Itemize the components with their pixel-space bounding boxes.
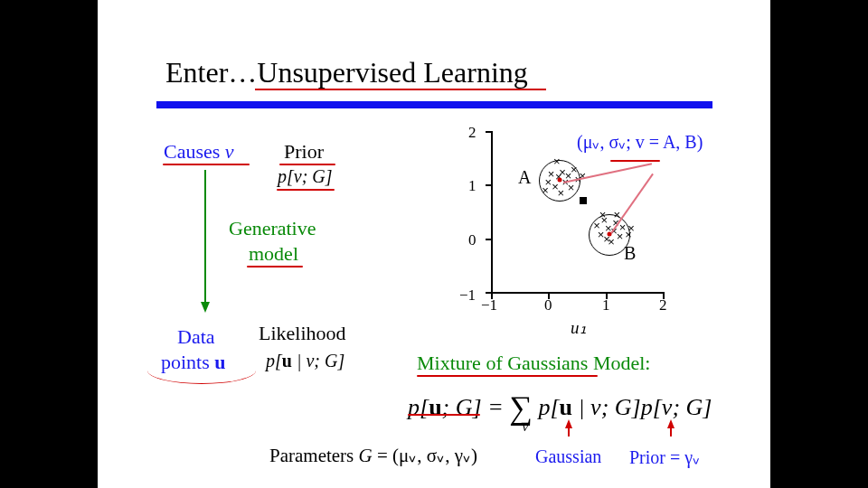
arrow-prior-line bbox=[670, 427, 672, 436]
slide: Enter…Unsupervised Learning Causes v Pri… bbox=[98, 0, 770, 488]
arrow-line bbox=[204, 170, 206, 302]
query-point bbox=[580, 197, 587, 204]
sum-icon: ∑ bbox=[509, 389, 533, 426]
y-tick-label: 0 bbox=[468, 231, 476, 249]
prior-underline-top bbox=[279, 164, 335, 165]
y-tick bbox=[486, 239, 493, 240]
prior-label: Prior bbox=[284, 140, 324, 164]
y-tick-label: −1 bbox=[459, 286, 476, 305]
y-tick bbox=[486, 131, 493, 133]
x-tick-label: 1 bbox=[602, 296, 610, 314]
title-main: Unsupervised Learning bbox=[257, 56, 527, 89]
mog-underline bbox=[417, 375, 598, 377]
y-tick-label: 2 bbox=[468, 124, 476, 142]
x-tick-label: −1 bbox=[481, 296, 497, 314]
generative-underline bbox=[247, 266, 303, 267]
x-tick-label: 2 bbox=[659, 296, 667, 314]
scatter-chart: 2 1 0 −1 −1 0 1 2 u₁ ×××××××××××××××××××… bbox=[455, 131, 690, 334]
cluster-label-a: A bbox=[518, 167, 531, 188]
equation: p[u; G] = ∑ v p[u | v; G]p[v; G] bbox=[408, 385, 712, 423]
causes-label: Causes v bbox=[164, 140, 234, 164]
generative-label-1: Generative bbox=[229, 217, 316, 240]
gaussian-label: Gaussian bbox=[535, 446, 601, 467]
parameters: Parameters G = (μᵥ, σᵥ, γᵥ) bbox=[269, 445, 477, 467]
likelihood-label: Likelihood bbox=[259, 322, 346, 345]
annotation-underline bbox=[610, 160, 660, 162]
data-label-1: Data bbox=[177, 325, 215, 349]
generative-label-2: model bbox=[249, 242, 298, 266]
mog-label: Mixture of Gaussians Model: bbox=[417, 352, 650, 375]
y-tick bbox=[486, 184, 493, 186]
causes-underline bbox=[163, 164, 250, 165]
likelihood-expr: p[u | v; G] bbox=[266, 351, 344, 371]
cluster-label-b: B bbox=[624, 243, 636, 264]
chart-annotation: (μᵥ, σᵥ; v = A, B) bbox=[577, 131, 703, 153]
y-tick-label: 1 bbox=[468, 177, 476, 195]
x-axis bbox=[491, 292, 663, 294]
eq-left-underline bbox=[408, 414, 480, 416]
prior-expr: p[v; G] bbox=[278, 166, 333, 187]
cluster-center-a bbox=[558, 178, 562, 183]
slide-title: Enter…Unsupervised Learning bbox=[165, 56, 528, 89]
title-underline bbox=[255, 89, 546, 90]
y-axis bbox=[491, 131, 493, 292]
prior-gamma-label: Prior = γᵥ bbox=[629, 446, 700, 468]
title-pre: Enter… bbox=[165, 56, 257, 89]
prior-underline-bot bbox=[277, 189, 335, 191]
arrow-gaussian-line bbox=[568, 427, 570, 436]
data-underline bbox=[147, 371, 256, 384]
x-tick-label: 0 bbox=[544, 296, 552, 314]
arrow-head-icon bbox=[201, 302, 210, 313]
x-axis-label: u₁ bbox=[571, 317, 587, 338]
title-divider bbox=[156, 101, 712, 108]
